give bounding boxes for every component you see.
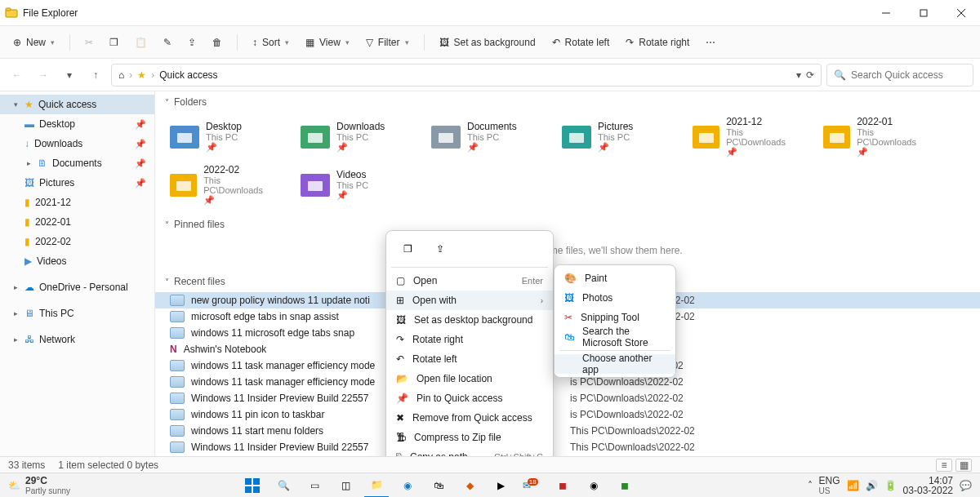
sidebar-item-desktop[interactable]: ▬Desktop📌 (0, 114, 154, 134)
file-row[interactable]: Windows 11 Insider Preview Build 225572 … (155, 439, 980, 455)
openwith-paint[interactable]: 🎨Paint (555, 268, 675, 288)
taskbar-mail[interactable]: ✉18 (519, 473, 544, 498)
rotate-left-button[interactable]: ↶Rotate left (546, 31, 617, 54)
taskbar-edge[interactable]: ◉ (395, 473, 420, 498)
wifi-icon[interactable]: 📶 (847, 480, 859, 491)
sort-button[interactable]: ↕Sort▾ (246, 31, 296, 54)
sidebar-label: 2022-02 (35, 236, 71, 247)
context-set-desktop-bg[interactable]: 🖼Set as desktop background (386, 310, 553, 330)
context-remove-quick-access[interactable]: ✖Remove from Quick access (386, 408, 553, 428)
sidebar-item-2022-02[interactable]: ▮2022-02 (0, 232, 154, 251)
paste-button[interactable]: 📋 (128, 31, 154, 54)
delete-button[interactable]: 🗑 (206, 31, 229, 54)
sidebar-item-documents[interactable]: ▸🗎Documents📌 (0, 153, 154, 173)
sidebar-item-this-pc[interactable]: ▸🖥This PC (0, 304, 154, 323)
file-row[interactable]: windows 11 pin icon to taskbaris PC\Down… (155, 406, 980, 423)
rotate-right-button[interactable]: ↷Rotate right (619, 31, 696, 54)
taskbar-store[interactable]: 🛍 (426, 473, 451, 498)
up-button[interactable]: ↑ (85, 64, 106, 86)
task-view-button[interactable]: ▭ (302, 473, 327, 498)
folder-card[interactable]: DownloadsThis PC📌 (301, 116, 407, 158)
folder-card[interactable]: 2022-01This PC\Downloads📌 (823, 116, 929, 158)
ctx-label: Photos (582, 292, 666, 304)
share-button[interactable]: ⇪ (181, 31, 203, 54)
copy-button[interactable]: ❐ (103, 31, 125, 54)
rename-button[interactable]: ✎ (157, 31, 178, 54)
start-button[interactable] (240, 473, 265, 498)
tray-clock[interactable]: 14:0703-03-2022 (903, 476, 953, 495)
context-rotate-left[interactable]: ↶Rotate left (386, 349, 553, 369)
sidebar-item-2021-12[interactable]: ▮2021-12 (0, 193, 154, 212)
openwith-snipping-tool[interactable]: ✂Snipping Tool (555, 308, 675, 327)
battery-icon[interactable]: 🔋 (884, 480, 897, 491)
paste-icon: 📋 (135, 37, 147, 48)
file-row[interactable]: windows 11 file explorer folder preview2… (155, 455, 980, 456)
taskbar-file-explorer[interactable]: 📁 (364, 473, 389, 498)
folder-card[interactable]: VideosThis PC📌 (301, 164, 407, 206)
more-button[interactable]: ⋯ (699, 31, 722, 54)
taskbar-search[interactable]: 🔍 (271, 473, 296, 498)
sidebar-item-pictures[interactable]: 🖼Pictures📌 (0, 173, 154, 193)
sidebar-item-onedrive[interactable]: ▸☁OneDrive - Personal (0, 277, 154, 297)
search-input[interactable] (851, 69, 973, 81)
openwith-choose-another[interactable]: Choose another app (555, 354, 675, 374)
refresh-icon[interactable]: ⟳ (806, 69, 814, 81)
address-bar[interactable]: ⌂ › ★ › Quick access ▾ ⟳ (111, 64, 822, 87)
maximize-button[interactable] (905, 0, 942, 26)
filter-button[interactable]: ▽Filter▾ (359, 31, 416, 54)
context-open-with[interactable]: ⊞Open with› (386, 291, 553, 310)
openwith-photos[interactable]: 🖼Photos (555, 288, 675, 308)
context-open[interactable]: ▢OpenEnter (386, 271, 553, 291)
context-share-button[interactable]: ⇪ (429, 239, 452, 259)
tray-chevron[interactable]: ˄ (808, 480, 813, 491)
context-open-file-location[interactable]: 📂Open file location (386, 369, 553, 388)
tiles-view-button[interactable]: ▦ (956, 459, 972, 472)
new-button[interactable]: ⊕ New ▾ (7, 31, 61, 54)
context-pin-quick-access[interactable]: 📌Pin to Quick access (386, 388, 553, 408)
set-background-button[interactable]: 🖼Set as background (433, 31, 542, 54)
taskbar-chrome[interactable]: ◉ (581, 473, 606, 498)
sidebar-item-quick-access[interactable]: ▾ ★ Quick access (0, 95, 154, 114)
sidebar-item-downloads[interactable]: ↓Downloads📌 (0, 134, 154, 153)
folder-card[interactable]: PicturesThis PC📌 (562, 116, 668, 158)
view-button[interactable]: ▦View▾ (299, 31, 356, 54)
taskbar-app-3[interactable]: ◼ (612, 473, 637, 498)
minimize-button[interactable] (867, 0, 905, 26)
tray-language[interactable]: ENGUS (819, 475, 840, 495)
chevron-down-icon: ▾ (51, 38, 55, 47)
details-view-button[interactable]: ≡ (936, 459, 952, 472)
section-folders[interactable]: ˅Folders (155, 91, 980, 113)
notifications-icon[interactable]: 💬 (960, 480, 972, 491)
folder-card[interactable]: 2022-02This PC\Downloads📌 (170, 164, 276, 206)
close-button[interactable] (942, 0, 980, 26)
cut-button[interactable]: ✂ (78, 31, 100, 54)
context-rotate-right[interactable]: ↷Rotate right (386, 330, 553, 349)
sidebar-item-2022-01[interactable]: ▮2022-01 (0, 212, 154, 232)
taskbar-app-1[interactable]: ◆ (457, 473, 482, 498)
taskbar-widgets[interactable]: ◫ (333, 473, 358, 498)
sidebar-item-network[interactable]: ▸🖧Network (0, 330, 154, 349)
file-row[interactable]: Windows 11 Insider Preview Build 22557is… (155, 390, 980, 406)
taskbar-app-2[interactable]: ◼ (550, 473, 575, 498)
folder-card[interactable]: 2021-12This PC\Downloads📌 (693, 116, 799, 158)
search-box[interactable]: 🔍 (826, 64, 973, 87)
context-copy-as-path[interactable]: ⎘Copy as pathCtrl+Shift+C (386, 447, 553, 456)
forward-button[interactable]: → (33, 64, 54, 86)
svg-rect-8 (439, 133, 453, 143)
context-copy-button[interactable]: ❐ (396, 239, 419, 259)
recent-locations-button[interactable]: ▾ (59, 64, 80, 86)
chevron-down-icon[interactable]: ▾ (796, 69, 801, 81)
file-row[interactable]: windows 11 start menu folders2 12:21This… (155, 423, 980, 439)
back-button[interactable]: ← (7, 64, 28, 86)
sidebar-item-videos[interactable]: ▶Videos (0, 251, 154, 271)
volume-icon[interactable]: 🔊 (866, 480, 878, 491)
folder-card[interactable]: DocumentsThis PC📌 (431, 116, 537, 158)
context-compress-zip[interactable]: 🗜Compress to Zip file (386, 428, 553, 447)
section-pinned[interactable]: ˅Pinned files (155, 214, 980, 235)
folder-name: Documents (467, 121, 517, 132)
folder-card[interactable]: DesktopThis PC📌 (170, 116, 276, 158)
breadcrumb[interactable]: Quick access (159, 69, 217, 81)
taskbar-media[interactable]: ▶ (488, 473, 513, 498)
taskbar-weather[interactable]: ⛅ 29°C Partly sunny (0, 475, 78, 495)
openwith-ms-store[interactable]: 🛍Search the Microsoft Store (555, 327, 675, 347)
